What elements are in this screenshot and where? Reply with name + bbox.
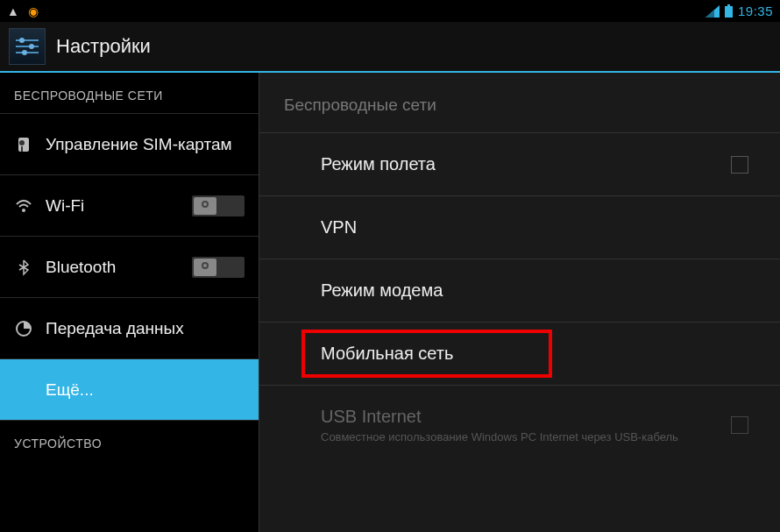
- signal-icon: [706, 5, 720, 18]
- bluetooth-icon: [14, 258, 33, 277]
- sidebar-label-sim: Управление SIM-картам: [46, 135, 232, 154]
- sidebar-item-wifi[interactable]: Wi-Fi: [0, 174, 259, 236]
- sidebar-item-sim[interactable]: Управление SIM-картам: [0, 113, 259, 174]
- panel-label-tether: Режим модема: [321, 280, 443, 300]
- sim-icon: [14, 135, 33, 154]
- svg-point-3: [19, 38, 25, 43]
- sidebar-label-wifi: Wi-Fi: [46, 196, 84, 216]
- svg-rect-1: [725, 6, 733, 18]
- warning-icon: ▲: [7, 4, 19, 18]
- status-bar: ▲ ◉ 19:35: [0, 0, 780, 22]
- sidebar: БЕСПРОВОДНЫЕ СЕТИ Управление SIM-картам …: [0, 73, 259, 532]
- data-usage-icon: [14, 319, 33, 338]
- panel-item-mobile[interactable]: Мобильная сеть: [259, 322, 780, 385]
- svg-rect-0: [727, 4, 730, 6]
- sidebar-item-data[interactable]: Передача данных: [0, 297, 259, 358]
- wifi-icon: [14, 196, 33, 216]
- svg-point-7: [22, 50, 27, 55]
- panel-label-mobile: Мобильная сеть: [321, 344, 453, 363]
- svg-point-9: [19, 140, 25, 145]
- usb-checkbox: [731, 416, 748, 434]
- panel-label-vpn: VPN: [321, 217, 357, 237]
- svg-point-5: [29, 44, 34, 49]
- sidebar-section-wireless: БЕСПРОВОДНЫЕ СЕТИ: [0, 73, 259, 113]
- app-header: Настройки: [0, 22, 780, 73]
- sidebar-label-bluetooth: Bluetooth: [46, 258, 116, 277]
- panel-label-airplane: Режим полета: [321, 154, 436, 174]
- airplane-checkbox[interactable]: [731, 156, 748, 174]
- sidebar-section-device: УСТРОЙСТВО: [0, 420, 259, 461]
- sidebar-label-data: Передача данных: [46, 319, 184, 338]
- svg-point-10: [22, 209, 25, 212]
- main-panel: Беспроводные сети Режим полета VPN Режим…: [259, 73, 780, 532]
- sync-icon: ◉: [28, 4, 39, 18]
- panel-item-vpn[interactable]: VPN: [259, 195, 780, 259]
- battery-icon: [725, 4, 733, 18]
- sidebar-item-bluetooth[interactable]: Bluetooth: [0, 236, 259, 297]
- blank-icon: [14, 380, 33, 400]
- panel-item-airplane[interactable]: Режим полета: [259, 132, 780, 195]
- bluetooth-toggle[interactable]: [192, 257, 245, 278]
- wifi-toggle[interactable]: [192, 195, 245, 216]
- panel-sub-usb: Совместное использование Windows PC Inte…: [321, 430, 678, 443]
- settings-icon: [9, 28, 46, 65]
- sidebar-label-more: Ещё...: [46, 380, 94, 400]
- page-title: Настройки: [56, 35, 151, 58]
- status-clock: 19:35: [738, 4, 773, 18]
- panel-item-tether[interactable]: Режим модема: [259, 259, 780, 322]
- sidebar-item-more[interactable]: Ещё...: [0, 358, 259, 420]
- panel-header: Беспроводные сети: [259, 73, 780, 132]
- panel-label-usb: USB Internet: [321, 407, 678, 427]
- panel-item-usb: USB Internet Совместное использование Wi…: [259, 385, 780, 465]
